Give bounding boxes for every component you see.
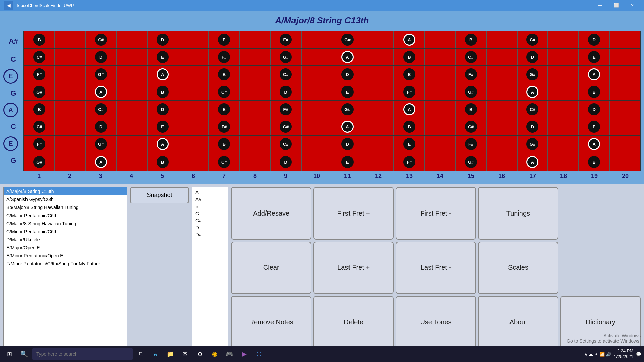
fret-cell[interactable] (487, 118, 518, 135)
note-dot[interactable]: B (403, 51, 415, 63)
note-dot[interactable]: D (588, 34, 600, 46)
fret-cell[interactable]: C# (518, 31, 548, 48)
fret-cell[interactable]: B (456, 101, 487, 118)
fret-cell[interactable] (610, 153, 640, 171)
song-item[interactable]: A/Spanish Gypsy/C6th (4, 195, 127, 203)
fret-cell[interactable] (487, 49, 518, 65)
song-item[interactable]: Bb/Major/8 String Hawaiian Tuning (4, 203, 127, 212)
fret-cell[interactable] (55, 101, 86, 118)
fret-cell[interactable] (548, 101, 579, 118)
note-dot[interactable]: F# (33, 138, 45, 150)
note-dot[interactable]: D (526, 51, 538, 63)
note-dot[interactable]: F# (280, 34, 292, 46)
fret-cell[interactable] (425, 118, 456, 135)
fret-cell[interactable] (610, 118, 640, 135)
fret-cell[interactable]: A (86, 83, 117, 100)
note-list-item[interactable]: B (193, 203, 227, 210)
fret-cell[interactable]: D (86, 118, 117, 135)
fret-cell[interactable]: E (579, 118, 610, 135)
fret-cell[interactable] (240, 136, 271, 153)
fret-cell[interactable]: D (579, 101, 610, 118)
fret-cell[interactable] (178, 83, 209, 100)
fret-cell[interactable]: G# (271, 49, 302, 65)
note-dot[interactable]: A (403, 34, 415, 46)
note-list-item[interactable]: C (193, 210, 227, 217)
fret-cell[interactable]: F# (271, 31, 302, 48)
fret-cell[interactable]: D (518, 49, 548, 65)
fret-cell[interactable]: F# (394, 153, 425, 171)
fret-cell[interactable]: G# (332, 101, 363, 118)
fret-cell[interactable] (55, 118, 86, 135)
fret-cell[interactable]: C# (271, 136, 302, 153)
note-dot[interactable]: D (157, 103, 169, 115)
fret-cell[interactable]: D (271, 153, 302, 171)
fret-cell[interactable]: E (209, 101, 240, 118)
fret-cell[interactable] (117, 118, 148, 135)
fret-cell[interactable]: F# (209, 118, 240, 135)
fret-cell[interactable] (610, 49, 640, 65)
fret-cell[interactable]: E (394, 66, 425, 83)
fret-cell[interactable] (240, 31, 271, 48)
note-dot[interactable]: B (403, 121, 415, 133)
fret-cell[interactable] (240, 101, 271, 118)
fret-cell[interactable] (55, 153, 86, 171)
note-dot[interactable]: D (341, 138, 354, 150)
note-dot[interactable]: D (95, 51, 107, 63)
note-dot[interactable]: D (526, 121, 538, 133)
search-button[interactable]: 🔍 (17, 347, 31, 361)
note-dot[interactable]: E (218, 103, 230, 115)
fret-cell[interactable] (363, 66, 394, 83)
note-dot[interactable]: G# (526, 138, 538, 150)
note-dot[interactable]: D (588, 103, 600, 115)
fret-cell[interactable]: B (209, 136, 240, 153)
fret-cell[interactable]: G# (456, 83, 487, 100)
fret-cell[interactable]: A (148, 136, 178, 153)
note-dot[interactable]: A (588, 68, 600, 80)
fret-cell[interactable] (117, 31, 148, 48)
fret-cell[interactable] (240, 83, 271, 100)
fret-cell[interactable]: G# (271, 118, 302, 135)
fret-cell[interactable]: E (209, 31, 240, 48)
note-dot[interactable]: G# (341, 103, 354, 115)
fret-cell[interactable] (178, 118, 209, 135)
fret-cell[interactable]: A (394, 101, 425, 118)
fret-cell[interactable]: C# (271, 66, 302, 83)
fret-cell[interactable] (117, 83, 148, 100)
fret-cell[interactable]: C# (209, 83, 240, 100)
fret-cell[interactable] (178, 31, 209, 48)
song-item[interactable]: F/Minor Pentatonic/C6th/Song For My Fath… (4, 260, 127, 268)
fret-cell[interactable]: G# (86, 136, 117, 153)
files-button[interactable]: 📁 (164, 347, 177, 361)
fret-cell[interactable] (548, 136, 579, 153)
fret-cell[interactable]: D (148, 101, 178, 118)
fret-cell[interactable] (487, 66, 518, 83)
fret-cell[interactable]: G# (86, 66, 117, 83)
fret-cell[interactable]: E (148, 118, 178, 135)
note-dot[interactable]: B (465, 103, 477, 115)
fret-cell[interactable]: B (148, 153, 178, 171)
note-dot[interactable]: G# (33, 156, 45, 168)
note-dot[interactable]: B (33, 34, 45, 46)
note-dot[interactable]: E (403, 138, 415, 150)
fret-cell[interactable]: B (24, 101, 55, 118)
edge-button[interactable]: ℯ (149, 347, 162, 361)
fret-cell[interactable]: F# (456, 136, 487, 153)
note-dot[interactable]: E (403, 68, 415, 80)
note-dot[interactable]: B (218, 68, 230, 80)
fret-cell[interactable]: D (148, 31, 178, 48)
add/resave-button[interactable]: Add/Resave (231, 187, 311, 240)
note-list-item[interactable]: D# (193, 231, 227, 238)
note-dot[interactable]: E (588, 121, 600, 133)
fret-cell[interactable] (610, 101, 640, 118)
note-dot[interactable]: C# (33, 121, 45, 133)
note-dot[interactable]: D (280, 156, 292, 168)
fret-cell[interactable] (487, 83, 518, 100)
fret-cell[interactable] (117, 153, 148, 171)
note-list-item[interactable]: A# (193, 196, 227, 203)
fret-cell[interactable] (55, 49, 86, 65)
note-dot[interactable]: C# (280, 138, 292, 150)
fret-cell[interactable] (302, 66, 332, 83)
fret-cell[interactable] (363, 83, 394, 100)
fret-cell[interactable]: B (148, 83, 178, 100)
note-dot[interactable]: C# (218, 86, 230, 98)
